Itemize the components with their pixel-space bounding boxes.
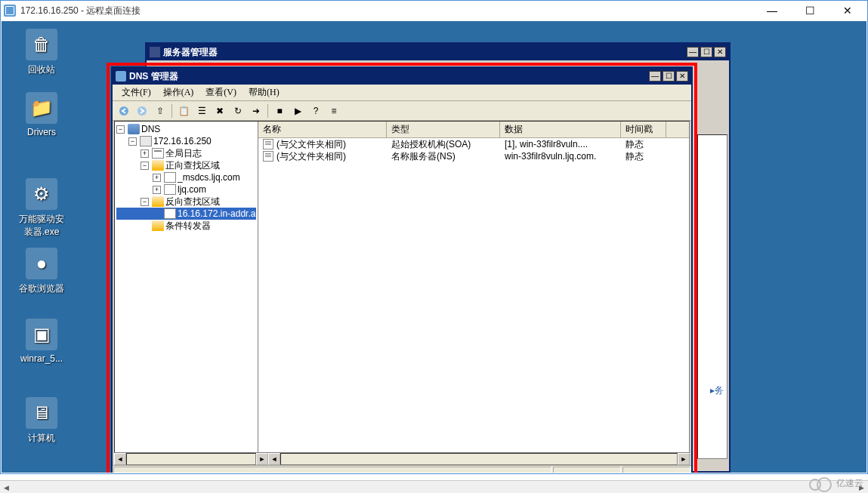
tree-node[interactable]: −反向查找区域 bbox=[116, 196, 256, 208]
list-scroll-track[interactable] bbox=[280, 453, 678, 465]
toolbar-export-button[interactable]: ➜ bbox=[248, 103, 264, 119]
toolbar-copy-button[interactable]: 📋 bbox=[175, 103, 192, 119]
desktop-icon[interactable]: 🖥计算机 bbox=[15, 397, 68, 445]
dns-minimize-button[interactable]: — bbox=[649, 71, 661, 82]
tree-node[interactable]: +ljq.com bbox=[116, 183, 256, 196]
srv-minimize-button[interactable]: — bbox=[687, 47, 699, 57]
srv-close-button[interactable]: ✕ bbox=[714, 47, 726, 57]
toolbar-delete-button[interactable]: ✖ bbox=[212, 103, 228, 119]
toolbar-filter-button[interactable]: ≡ bbox=[326, 103, 342, 119]
record-icon bbox=[263, 151, 273, 162]
rdp-titlebar[interactable]: 172.16.16.250 - 远程桌面连接 — ☐ ✕ bbox=[1, 1, 867, 20]
menu-item[interactable]: 帮助(H) bbox=[242, 85, 286, 100]
folder-icon bbox=[152, 160, 164, 171]
tree-node[interactable]: 条件转发器 bbox=[116, 220, 256, 232]
zone-icon bbox=[164, 172, 176, 183]
rdp-title-text: 172.16.16.250 - 远程桌面连接 bbox=[20, 5, 751, 17]
desktop-icon[interactable]: ⚙万能驱动安装器.exe bbox=[15, 178, 68, 239]
toolbar-play-button[interactable]: ▶ bbox=[289, 103, 306, 119]
tree-node[interactable]: +全局日志 bbox=[116, 147, 256, 159]
record-row[interactable]: (与父文件夹相同)名称服务器(NS)win-33filr8vuln.ljq.co… bbox=[258, 150, 689, 162]
desktop-icon[interactable]: 🗑回收站 bbox=[15, 29, 68, 76]
tree-expand-icon[interactable]: + bbox=[141, 149, 149, 158]
scroll-left-icon[interactable]: ◄ bbox=[114, 453, 126, 465]
toolbar-props-button[interactable]: ☰ bbox=[193, 103, 210, 119]
tree-expand-icon[interactable]: + bbox=[153, 174, 161, 182]
dns-content: −DNS−172.16.16.250+全局日志−正向查找区域+_msdcs.lj… bbox=[114, 121, 690, 453]
tree-node[interactable]: 16.16.172.in-addr.a bbox=[116, 208, 256, 220]
dns-manager-window[interactable]: DNS 管理器 — ☐ ✕ 文件(F)操作(A)查看(V)帮助(H) ⇧📋☰✖↻… bbox=[111, 66, 693, 473]
dns-titlebar[interactable]: DNS 管理器 — ☐ ✕ bbox=[113, 68, 691, 85]
minimize-button[interactable]: — bbox=[755, 2, 789, 19]
menu-item[interactable]: 操作(A) bbox=[157, 85, 200, 100]
toolbar-refresh-button[interactable]: ↻ bbox=[230, 103, 246, 119]
tree-node[interactable]: −172.16.16.250 bbox=[116, 135, 256, 147]
cell-ts: 静态 bbox=[621, 138, 666, 150]
tree-expand-icon[interactable]: + bbox=[153, 186, 161, 194]
cell-ts: 静态 bbox=[621, 150, 666, 162]
scroll-right-icon[interactable]: ► bbox=[256, 453, 268, 465]
host-scroll-left-icon[interactable]: ◀ bbox=[0, 481, 13, 493]
toolbar-up-button[interactable]: ⇧ bbox=[152, 103, 168, 119]
close-button[interactable]: ✕ bbox=[831, 2, 864, 19]
host-scrollbar[interactable]: ◀ ▶ bbox=[0, 480, 868, 493]
tree-expand-icon[interactable]: − bbox=[141, 162, 149, 170]
dns-tree[interactable]: −DNS−172.16.16.250+全局日志−正向查找区域+_msdcs.lj… bbox=[115, 122, 258, 452]
tree-node[interactable]: −正向查找区域 bbox=[116, 159, 256, 171]
toolbar-stop-button[interactable]: ■ bbox=[271, 103, 288, 119]
menu-item[interactable]: 查看(V) bbox=[199, 85, 242, 100]
tree-node-label: _msdcs.ljq.com bbox=[178, 171, 240, 183]
tree-node-label: 16.16.172.in-addr.a bbox=[178, 208, 255, 220]
status-pane-2 bbox=[553, 467, 621, 473]
host-scroll-track[interactable] bbox=[13, 481, 855, 493]
tree-node-label: 全局日志 bbox=[165, 147, 202, 159]
list-body[interactable]: (与父文件夹相同)起始授权机构(SOA)[1], win-33filr8vuln… bbox=[258, 138, 689, 452]
watermark-text: 亿速云 bbox=[836, 477, 863, 490]
menu-item[interactable]: 文件(F) bbox=[116, 85, 157, 100]
zone-icon bbox=[164, 208, 176, 219]
dns-maximize-button[interactable]: ☐ bbox=[663, 71, 675, 82]
tree-node-label: 反向查找区域 bbox=[165, 196, 220, 208]
maximize-button[interactable]: ☐ bbox=[793, 2, 826, 19]
desktop-icon[interactable]: ▣winrar_5... bbox=[15, 319, 68, 364]
dns-toolbar[interactable]: ⇧📋☰✖↻➜■▶?≡ bbox=[113, 101, 691, 121]
tree-scroll-track[interactable] bbox=[126, 453, 256, 465]
tree-node-label: 172.16.16.250 bbox=[153, 135, 212, 147]
toolbar-separator bbox=[267, 104, 268, 118]
desktop-icon-image: ▣ bbox=[26, 319, 57, 350]
server-manager-titlebar[interactable]: 服务器管理器 — ☐ ✕ bbox=[147, 44, 729, 60]
toolbar-fwd-button[interactable] bbox=[134, 103, 150, 119]
desktop-icon-label: winrar_5... bbox=[15, 353, 68, 364]
column-header-name[interactable]: 名称 bbox=[258, 122, 387, 137]
srv-maximize-button[interactable]: ☐ bbox=[700, 47, 712, 57]
dns-menu-bar[interactable]: 文件(F)操作(A)查看(V)帮助(H) bbox=[113, 85, 691, 101]
column-header-type[interactable]: 类型 bbox=[387, 122, 500, 137]
desktop-icon[interactable]: 📁Drivers bbox=[15, 92, 68, 137]
zone-icon bbox=[164, 184, 176, 195]
desktop-icon-image: ● bbox=[26, 248, 57, 279]
list-header[interactable]: 名称类型数据时间戳 bbox=[258, 122, 689, 138]
desktop-icon-label: Drivers bbox=[15, 127, 68, 137]
srv-panel-fragment: ▸务 bbox=[697, 134, 727, 459]
record-row[interactable]: (与父文件夹相同)起始授权机构(SOA)[1], win-33filr8vuln… bbox=[258, 138, 689, 150]
tree-expand-icon[interactable]: − bbox=[128, 137, 137, 146]
toolbar-back-button[interactable] bbox=[116, 103, 132, 119]
scroll-left-icon-2[interactable]: ◄ bbox=[268, 453, 280, 465]
column-header-data[interactable]: 数据 bbox=[500, 122, 621, 137]
svg-point-1 bbox=[137, 106, 147, 116]
tree-expand-icon[interactable]: − bbox=[141, 198, 149, 206]
dns-close-button[interactable]: ✕ bbox=[676, 71, 688, 82]
tree-hscroll[interactable]: ◄ ► ◄ ► bbox=[114, 453, 690, 465]
dns-list[interactable]: 名称类型数据时间戳 (与父文件夹相同)起始授权机构(SOA)[1], win-3… bbox=[258, 122, 689, 452]
tree-node[interactable]: −DNS bbox=[116, 123, 256, 135]
tree-node[interactable]: +_msdcs.ljq.com bbox=[116, 171, 256, 183]
cell-data: [1], win-33filr8vuln.... bbox=[500, 138, 621, 150]
tree-expand-icon[interactable]: − bbox=[116, 125, 125, 134]
toolbar-help-button[interactable]: ? bbox=[307, 103, 324, 119]
column-header-ts[interactable]: 时间戳 bbox=[621, 122, 666, 137]
cell-type: 起始授权机构(SOA) bbox=[387, 138, 500, 150]
desktop-icon-label: 谷歌浏览器 bbox=[15, 282, 68, 295]
remote-desktop[interactable]: 服务器管理器 — ☐ ✕ ▸务 DNS 管理器 — ☐ ✕ bbox=[2, 21, 866, 473]
scroll-right-icon-2[interactable]: ► bbox=[678, 453, 690, 465]
desktop-icon[interactable]: ●谷歌浏览器 bbox=[15, 248, 68, 295]
